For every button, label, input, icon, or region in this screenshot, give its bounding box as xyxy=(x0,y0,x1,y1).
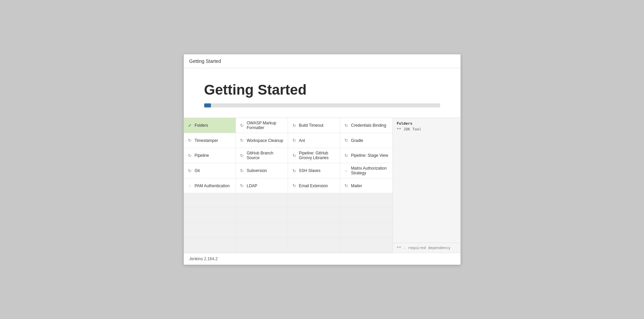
plugin-cell-pipeline[interactable]: ↻Pipeline xyxy=(184,148,236,163)
plugin-icon-refresh: ↻ xyxy=(187,168,193,173)
plugin-cell-mailer[interactable]: ↻Mailer xyxy=(340,178,392,193)
plugin-label-subversion: Subversion xyxy=(247,168,267,173)
plugin-label-owasp-markup-formatter: OWASP Markup Formatter xyxy=(247,121,284,130)
plugin-label-credentials-binding: Credentials Binding xyxy=(351,123,386,128)
main-window: Getting Started Getting Started ✓Folders… xyxy=(184,54,461,265)
plugin-label-pipeline-stage-view: Pipeline: Stage View xyxy=(351,153,388,158)
plugin-cell-pipeline-github-groovy[interactable]: ↻Pipeline: GitHub Groovy Libraries xyxy=(288,148,340,163)
empty-cell xyxy=(184,193,236,208)
plugin-label-pipeline: Pipeline xyxy=(195,153,209,158)
plugin-label-timestamper: Timestamper xyxy=(195,138,218,143)
plugin-cell-workspace-cleanup[interactable]: ↻Workspace Cleanup xyxy=(236,133,288,148)
plugin-label-mailer: Mailer xyxy=(351,183,362,188)
footnote-text: ** - required dependency xyxy=(397,246,451,250)
footer-text: Jenkins 2.164.2 xyxy=(189,256,218,261)
footnote-panel: ** - required dependency xyxy=(393,243,460,253)
empty-cell xyxy=(340,208,392,223)
plugin-label-github-branch-source: GitHub Branch Source xyxy=(247,151,284,160)
empty-cell xyxy=(184,208,236,223)
plugin-icon-refresh: ↻ xyxy=(239,183,245,189)
empty-cell xyxy=(236,208,288,223)
plugin-icon-circle: ○ xyxy=(343,168,349,173)
empty-cell xyxy=(184,223,236,238)
plugin-cell-build-timeout[interactable]: ↻Build Timeout xyxy=(288,118,340,133)
empty-cell xyxy=(184,238,236,253)
plugins-grid: ✓Folders↻OWASP Markup Formatter↻Build Ti… xyxy=(184,118,393,253)
plugin-label-pam-auth: PAM Authentication xyxy=(195,183,230,188)
plugin-cell-gradle[interactable]: ↻Gradle xyxy=(340,133,392,148)
progress-bar-fill xyxy=(204,103,211,107)
plugin-label-gradle: Gradle xyxy=(351,138,363,143)
sidebar-folder-title: Folders xyxy=(397,121,456,126)
sidebar-dependency: ** JDK Tool xyxy=(397,127,456,131)
empty-cell xyxy=(236,193,288,208)
empty-cell xyxy=(236,223,288,238)
plugin-icon-check: ✓ xyxy=(187,123,193,128)
plugin-icon-refresh: ↻ xyxy=(343,153,349,158)
plugin-cell-folders[interactable]: ✓Folders xyxy=(184,118,236,133)
plugin-label-folders: Folders xyxy=(195,123,208,128)
plugin-icon-refresh: ↻ xyxy=(291,183,297,189)
plugin-cell-pam-auth[interactable]: ○PAM Authentication xyxy=(184,178,236,193)
sidebar-panel: Folders ** JDK Tool xyxy=(393,118,460,135)
empty-cell xyxy=(288,208,340,223)
plugin-icon-refresh: ↻ xyxy=(343,123,349,128)
plugin-icon-refresh: ↻ xyxy=(343,183,349,189)
plugin-icon-refresh: ↻ xyxy=(291,138,297,143)
plugin-label-git: Git xyxy=(195,168,200,173)
title-bar: Getting Started xyxy=(184,54,460,68)
plugin-label-build-timeout: Build Timeout xyxy=(299,123,324,128)
window-title: Getting Started xyxy=(189,58,221,64)
plugin-cell-git[interactable]: ↻Git xyxy=(184,163,236,178)
window-footer: Jenkins 2.164.2 xyxy=(184,253,460,265)
plugin-label-workspace-cleanup: Workspace Cleanup xyxy=(247,138,283,143)
plugin-cell-pipeline-stage-view[interactable]: ↻Pipeline: Stage View xyxy=(340,148,392,163)
plugin-cell-matrix-auth[interactable]: ○Matrix Authorization Strategy xyxy=(340,163,392,178)
empty-cell xyxy=(288,238,340,253)
plugin-icon-refresh: ↻ xyxy=(239,123,245,128)
plugin-cell-owasp-markup-formatter[interactable]: ↻OWASP Markup Formatter xyxy=(236,118,288,133)
plugin-label-ldap: LDAP xyxy=(247,183,257,188)
plugin-icon-refresh: ↻ xyxy=(343,138,349,143)
empty-cell xyxy=(288,193,340,208)
sidebar-empty-area xyxy=(393,135,460,243)
empty-cell xyxy=(340,238,392,253)
empty-cell xyxy=(236,238,288,253)
empty-cell xyxy=(340,223,392,238)
empty-cell xyxy=(340,193,392,208)
hero-section: Getting Started xyxy=(184,68,460,118)
plugin-cell-timestamper[interactable]: ↻Timestamper xyxy=(184,133,236,148)
plugin-cell-ssh-slaves[interactable]: ↻SSH Slaves xyxy=(288,163,340,178)
plugin-icon-refresh: ↻ xyxy=(291,123,297,128)
plugin-icon-refresh: ↻ xyxy=(291,153,297,158)
progress-bar-container xyxy=(204,103,440,107)
page-heading: Getting Started xyxy=(204,82,440,98)
empty-cell xyxy=(288,223,340,238)
plugin-icon-refresh: ↻ xyxy=(239,138,245,143)
plugin-cell-ldap[interactable]: ↻LDAP xyxy=(236,178,288,193)
plugin-label-pipeline-github-groovy: Pipeline: GitHub Groovy Libraries xyxy=(299,151,336,160)
plugin-label-email-extension: Email Extension xyxy=(299,183,328,188)
plugin-icon-circle: ○ xyxy=(187,183,193,189)
plugin-cell-email-extension[interactable]: ↻Email Extension xyxy=(288,178,340,193)
plugin-icon-refresh: ↻ xyxy=(239,153,245,158)
plugin-label-ant: Ant xyxy=(299,138,305,143)
plugin-cell-credentials-binding[interactable]: ↻Credentials Binding xyxy=(340,118,392,133)
plugin-icon-refresh: ↻ xyxy=(291,168,297,173)
plugin-cell-github-branch-source[interactable]: ↻GitHub Branch Source xyxy=(236,148,288,163)
plugin-icon-refresh: ↻ xyxy=(187,138,193,143)
plugin-icon-refresh: ↻ xyxy=(187,153,193,158)
plugin-label-ssh-slaves: SSH Slaves xyxy=(299,168,320,173)
plugin-cell-subversion[interactable]: ↻Subversion xyxy=(236,163,288,178)
plugins-section: ✓Folders↻OWASP Markup Formatter↻Build Ti… xyxy=(184,118,460,253)
plugin-icon-refresh: ↻ xyxy=(239,168,245,173)
plugin-label-matrix-auth: Matrix Authorization Strategy xyxy=(351,166,389,175)
plugin-cell-ant[interactable]: ↻Ant xyxy=(288,133,340,148)
